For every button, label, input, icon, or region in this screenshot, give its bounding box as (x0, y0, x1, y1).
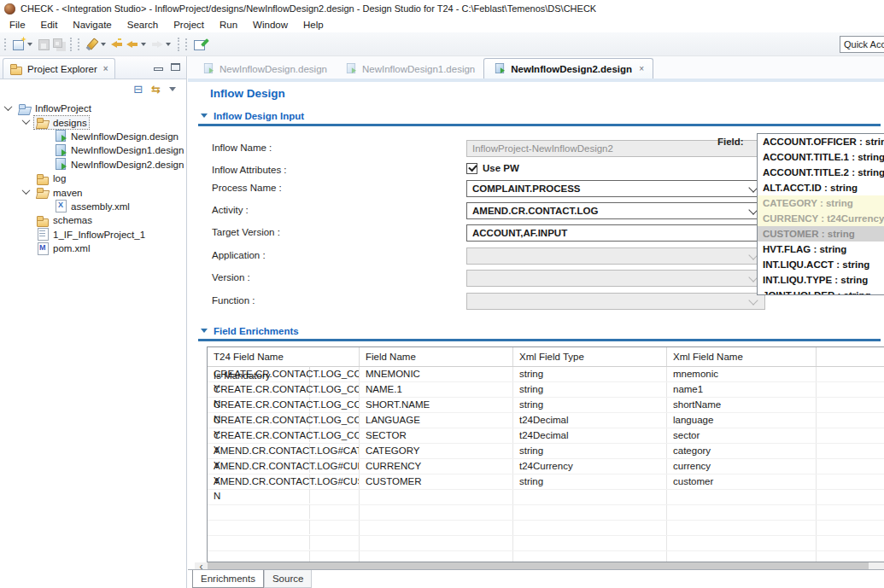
project-folder-open-icon (18, 102, 32, 115)
text-file-icon (36, 228, 50, 241)
tree-item-content: maven (34, 186, 85, 199)
cell-xml-field-type: string (513, 444, 667, 458)
tree-item-log[interactable]: log (0, 172, 186, 185)
tree-item-newinflowdesign1-design[interactable]: NewInflowDesign1.design (0, 143, 186, 157)
dropdown-arrow-icon[interactable] (27, 43, 32, 46)
collapse-triangle-icon[interactable] (201, 114, 208, 118)
editor-tab-label: NewInflowDesign.design (220, 64, 327, 74)
table-row[interactable]: CREATE.CR.CONTACT.LOG_CCCL...SECTORt24De… (208, 428, 884, 444)
column-header-field-name[interactable]: Field Name (360, 347, 513, 366)
field-list-item-joint-holder[interactable]: JOINT.HOLDER : string (758, 288, 884, 295)
field-list-item-account-title-2[interactable]: ACCOUNT.TITLE.2 : string (758, 165, 884, 180)
empty-cell (513, 536, 667, 550)
table-row[interactable]: CREATE.CR.CONTACT.LOG_CCCL...SHORT.NAMEs… (208, 398, 884, 413)
tree-item-1-if-inflowproject-1[interactable]: 1_IF_InflowProject_1 (0, 228, 186, 242)
new-wizard-icon[interactable] (11, 37, 26, 52)
process-name-combo[interactable]: COMPLAINT.PROCESS (466, 180, 765, 197)
tree-item-pom-xml[interactable]: pom.xml (0, 242, 186, 255)
use-pw-checkbox[interactable] (466, 163, 477, 174)
editor-tab-newinflowdesign1-design[interactable]: NewInflowDesign1.design (336, 59, 483, 79)
bottom-tab-source[interactable]: Source (264, 570, 312, 588)
table-row[interactable]: CREATE.CR.CONTACT.LOG_CCCL...LANGUAGEt24… (208, 413, 884, 428)
cell-xml-field-type: string (513, 398, 667, 412)
empty-cell (208, 490, 360, 504)
horizontal-scrollbar[interactable]: ‹ (195, 562, 884, 569)
expand-chevron-icon[interactable] (22, 186, 31, 195)
field-list[interactable]: ACCOUNT.OFFICER : stringACCOUNT.TITLE.1 … (757, 133, 884, 295)
field-list-item-category[interactable]: CATEGORY : string (758, 195, 884, 211)
tree-item-inflowproject[interactable]: InflowProject (0, 102, 186, 115)
field-list-item-int-liqu-acct[interactable]: INT.LIQU.ACCT : string (758, 257, 884, 272)
activity-combo[interactable]: AMEND.CR.CONTACT.LOG (466, 202, 765, 219)
table-row[interactable]: CREATE.CR.CONTACT.LOG_CCCL...NAME.1strin… (208, 382, 884, 398)
minimize-view-button[interactable] (154, 63, 163, 71)
cell-xml-field-name: mnemonic (667, 367, 817, 381)
field-list-item-customer[interactable]: CUSTOMER : string (758, 226, 884, 242)
menu-file[interactable]: File (2, 19, 33, 31)
column-header-xml-field-name[interactable]: Xml Field Name (667, 347, 817, 366)
table-row[interactable]: AMEND.CR.CONTACT.LOG#CUST...CUSTOMERstri… (208, 474, 884, 490)
tree-item-assembly-xml[interactable]: assembly.xml (0, 200, 186, 213)
inflow-name-label: Inflow Name : (212, 143, 272, 153)
highlight-marker-icon[interactable] (85, 37, 100, 52)
tree-item-newinflowdesign2-design[interactable]: NewInflowDesign2.design (0, 158, 186, 172)
maximize-view-button[interactable] (171, 63, 180, 71)
dropdown-arrow-icon[interactable] (141, 43, 146, 46)
tree-item-designs[interactable]: designs (0, 115, 186, 129)
expand-chevron-icon[interactable] (4, 102, 13, 111)
menu-project[interactable]: Project (166, 19, 212, 31)
collapse-all-icon[interactable]: ⊟ (133, 84, 143, 95)
editor-tab-newinflowdesign-design[interactable]: NewInflowDesign.design (193, 59, 336, 79)
target-version-input[interactable]: ACCOUNT,AF.INPUT (466, 224, 765, 242)
menu-run[interactable]: Run (212, 19, 245, 31)
scrollbar-thumb[interactable] (208, 562, 869, 569)
field-list-item-account-title-1[interactable]: ACCOUNT.TITLE.1 : string (758, 149, 884, 165)
close-icon[interactable]: × (103, 64, 108, 73)
tree-item-newinflowdesign-design[interactable]: NewInflowDesign.design (0, 130, 186, 143)
view-menu-icon[interactable] (169, 87, 176, 91)
table-row[interactable]: CREATE.CR.CONTACT.LOG_CCCL...MNEMONICstr… (208, 367, 884, 382)
field-list-item-account-officer[interactable]: ACCOUNT.OFFICER : string (758, 134, 884, 149)
tree-item-label: assembly.xml (71, 201, 130, 212)
save-icon (36, 37, 51, 52)
table-row[interactable]: AMEND.CR.CONTACT.LOG#CATE...CATEGORYstri… (208, 444, 884, 459)
scroll-left-arrow-icon[interactable]: ‹ (195, 562, 208, 569)
back-history-icon[interactable] (109, 37, 125, 52)
tree-item-content: NewInflowDesign.design (52, 130, 180, 143)
menu-search[interactable]: Search (120, 19, 166, 31)
editor-tab-newinflowdesign2-design[interactable]: NewInflowDesign2.design× (483, 58, 653, 79)
dropdown-arrow-icon[interactable] (166, 43, 171, 46)
field-list-item-int-liqu-type[interactable]: INT.LIQU.TYPE : string (758, 272, 884, 288)
menu-edit[interactable]: Edit (33, 19, 66, 31)
menu-navigate[interactable]: Navigate (65, 19, 119, 31)
field-list-item-currency[interactable]: CURRENCY : t24Currency (758, 211, 884, 226)
tree-item-label: NewInflowDesign2.design (71, 160, 184, 170)
tree-item-maven[interactable]: maven (0, 185, 186, 199)
column-header-t24-field-name[interactable]: T24 Field Name (208, 347, 360, 366)
table-row[interactable]: AMEND.CR.CONTACT.LOG#CURR...CURRENCYt24C… (208, 459, 884, 474)
dropdown-arrow-icon[interactable] (101, 43, 106, 46)
last-edit-location-icon[interactable] (192, 37, 208, 52)
project-explorer-tab[interactable]: Project Explorer × (3, 58, 115, 79)
bottom-tab-enrichments[interactable]: Enrichments (192, 570, 264, 588)
field-list-item-alt-acct-id[interactable]: ALT.ACCT.ID : string (758, 180, 884, 195)
collapse-triangle-icon[interactable] (201, 329, 208, 333)
tree-item-content: log (34, 172, 67, 185)
inflow-attributes-label: Inflow Attributes : (212, 165, 287, 175)
link-with-editor-icon[interactable]: ⇆ (151, 84, 161, 95)
menu-help[interactable]: Help (296, 19, 331, 31)
cell-t24-field-name: CREATE.CR.CONTACT.LOG_CCCL... (208, 413, 360, 428)
cell-t24-field-name: CREATE.CR.CONTACT.LOG_CCCL... (208, 398, 360, 412)
field-list-item-hvt-flag[interactable]: HVT.FLAG : string (758, 242, 884, 257)
back-icon[interactable] (125, 37, 140, 52)
section-inflow-design-input[interactable]: Inflow Design Input (198, 108, 881, 126)
section-field-enrichments[interactable]: Field Enrichments (198, 323, 881, 341)
tree-item-schemas[interactable]: schemas (0, 213, 186, 227)
project-explorer-header: Project Explorer × (0, 56, 186, 79)
close-icon[interactable]: × (639, 64, 644, 73)
quick-access-input[interactable]: Quick Acc (840, 36, 884, 53)
menu-window[interactable]: Window (245, 19, 296, 31)
tree-item-content: assembly.xml (52, 200, 132, 212)
column-header-xml-field-type[interactable]: Xml Field Type (513, 347, 667, 366)
expand-chevron-icon[interactable] (22, 116, 31, 125)
